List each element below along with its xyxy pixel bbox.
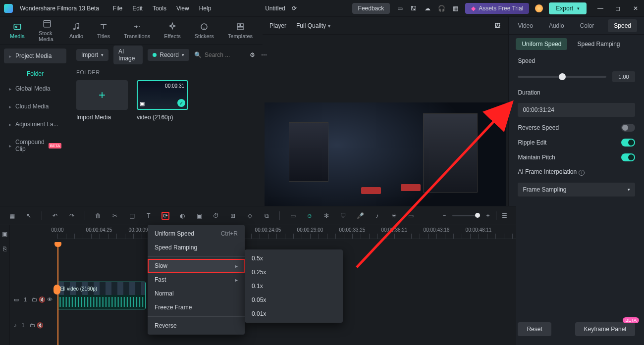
- submenu-005x[interactable]: 0.05x: [245, 293, 343, 307]
- tab-video[interactable]: Video: [516, 18, 535, 33]
- layers-icon[interactable]: ▣: [1, 230, 9, 238]
- subtab-speed-ramping[interactable]: Speed Ramping: [577, 41, 620, 48]
- tab-audio[interactable]: Audio: [547, 18, 566, 33]
- submenu-025x[interactable]: 0.25x: [245, 265, 343, 279]
- save-icon[interactable]: 🖫: [410, 4, 418, 12]
- assets-trial-button[interactable]: ◆Assets Free Trial: [465, 3, 529, 14]
- filter-icon[interactable]: ⚙: [249, 51, 256, 59]
- timer-icon[interactable]: ⏱: [212, 212, 220, 220]
- apps-icon[interactable]: ▦: [451, 4, 459, 12]
- export-button[interactable]: Export▾: [549, 2, 587, 14]
- close-icon[interactable]: ✕: [633, 5, 640, 12]
- avatar-icon[interactable]: [535, 4, 543, 12]
- fit-icon[interactable]: ⊞: [229, 212, 237, 220]
- menu-reverse[interactable]: Reverse: [148, 319, 245, 333]
- playhead[interactable]: [57, 244, 58, 345]
- frame-icon[interactable]: ▭: [407, 212, 415, 220]
- snapshot-icon[interactable]: 🖼: [493, 22, 501, 30]
- tab-audio[interactable]: Audio: [69, 22, 83, 39]
- menu-uniform-speed[interactable]: Uniform SpeedCtrl+R: [148, 227, 245, 241]
- reverse-speed-toggle[interactable]: [621, 124, 635, 132]
- frame-sampling-dropdown[interactable]: Frame Sampling▾: [518, 183, 635, 197]
- cloud-icon[interactable]: ☁: [424, 4, 431, 12]
- menu-speed-ramping[interactable]: Speed Ramping: [148, 241, 245, 254]
- cut-icon[interactable]: ✂: [111, 212, 119, 220]
- duration-field[interactable]: 00:00:31:24: [518, 103, 635, 117]
- tab-effects[interactable]: Effects: [164, 22, 180, 39]
- cursor-icon[interactable]: ↖: [25, 212, 33, 220]
- crop-icon[interactable]: ◫: [128, 212, 136, 220]
- tab-stickers[interactable]: Stickers: [195, 22, 214, 39]
- headphones-icon[interactable]: 🎧: [437, 4, 445, 12]
- video-track-header[interactable]: ▭ 1 🗀 🔇 👁: [10, 289, 57, 310]
- group-icon[interactable]: ⧉: [263, 212, 270, 220]
- mixer-icon[interactable]: ☀: [390, 212, 398, 220]
- tab-stock-media[interactable]: Stock Media: [39, 19, 55, 42]
- tab-templates[interactable]: Templates: [228, 22, 253, 39]
- import-button[interactable]: Import▾: [76, 49, 108, 61]
- color-icon[interactable]: ◐: [178, 212, 186, 220]
- maintain-pitch-toggle[interactable]: [621, 153, 635, 161]
- import-media-card[interactable]: + Import Media: [76, 80, 128, 121]
- list-icon[interactable]: ☰: [500, 212, 508, 220]
- feedback-button[interactable]: Feedback: [352, 3, 390, 14]
- music-icon[interactable]: ♪: [373, 212, 381, 220]
- keyframe-panel-button[interactable]: Keyframe PanelBETA: [575, 322, 635, 336]
- subtitle-icon[interactable]: ▭: [289, 212, 297, 220]
- shield-icon[interactable]: ⛉: [339, 212, 347, 220]
- reset-button[interactable]: Reset: [518, 322, 551, 336]
- undo-icon[interactable]: ↶: [51, 212, 59, 220]
- menu-freeze-frame[interactable]: Freeze Frame: [148, 300, 245, 314]
- link-icon[interactable]: ⎘: [1, 245, 9, 253]
- menu-file[interactable]: File: [113, 5, 122, 12]
- zoom-slider[interactable]: [452, 215, 480, 216]
- menu-fast[interactable]: Fast▸: [148, 273, 245, 287]
- sidebar-item-project-media[interactable]: ▸Project Media: [4, 49, 66, 63]
- submenu-05x[interactable]: 0.5x: [245, 251, 343, 265]
- submenu-01x[interactable]: 0.1x: [245, 279, 343, 293]
- gear-icon[interactable]: ✻: [322, 212, 330, 220]
- redo-icon[interactable]: ↷: [68, 212, 76, 220]
- keyframe-icon[interactable]: ◇: [246, 212, 254, 220]
- tab-titles[interactable]: Titles: [97, 22, 110, 39]
- cloud-sync-icon[interactable]: ⟳: [290, 4, 298, 12]
- clip-start-handle[interactable]: [54, 285, 60, 295]
- zoom-in-icon[interactable]: ＋: [484, 212, 492, 220]
- zoom-out-icon[interactable]: －: [440, 212, 448, 220]
- menu-edit[interactable]: Edit: [132, 5, 143, 12]
- sidebar-item-cloud-media[interactable]: ▸Cloud Media: [4, 99, 66, 114]
- timeline-ruler[interactable]: 00:00 00:00:04:25 00:00:09:20 00:00:24:0…: [57, 225, 516, 239]
- tab-media[interactable]: Media: [10, 22, 25, 39]
- crop2-icon[interactable]: ▣: [195, 212, 203, 220]
- search-input[interactable]: 🔍: [194, 51, 244, 58]
- sidebar-item-global-media[interactable]: ▸Global Media: [4, 81, 66, 96]
- menu-normal[interactable]: Normal: [148, 287, 245, 300]
- menu-view[interactable]: View: [176, 5, 189, 12]
- quality-dropdown[interactable]: Full Quality: [296, 22, 330, 29]
- grid-icon[interactable]: ▦: [8, 212, 16, 220]
- minimize-icon[interactable]: —: [597, 5, 604, 12]
- menu-slow[interactable]: Slow▸: [148, 259, 245, 273]
- tab-color[interactable]: Color: [578, 18, 596, 33]
- mic-icon[interactable]: 🎤: [356, 212, 364, 220]
- smiley-icon[interactable]: ☺: [306, 212, 314, 220]
- tab-transitions[interactable]: Transitions: [124, 22, 150, 39]
- maximize-icon[interactable]: ◻: [615, 5, 622, 12]
- sidebar-item-adjustment[interactable]: ▸Adjustment La...: [4, 117, 66, 132]
- submenu-001x[interactable]: 0.01x: [245, 307, 343, 321]
- tab-speed[interactable]: Speed: [608, 19, 637, 32]
- speed-slider[interactable]: [518, 76, 606, 78]
- sidebar-subitem-folder[interactable]: Folder: [4, 66, 66, 78]
- info-icon[interactable]: i: [579, 170, 585, 176]
- media-clip-card[interactable]: 00:00:31 ▣ ✓ video (2160p): [137, 80, 188, 121]
- audio-track-header[interactable]: ♪ 1 🗀 🔇: [10, 314, 57, 336]
- subtab-uniform-speed[interactable]: Uniform Speed: [516, 38, 567, 50]
- timeline-clip[interactable]: 🎞video (2160p): [57, 282, 146, 309]
- device-icon[interactable]: ▭: [396, 4, 404, 12]
- speed-icon[interactable]: ⟳: [161, 212, 169, 220]
- menu-help[interactable]: Help: [199, 5, 212, 12]
- menu-tools[interactable]: Tools: [153, 5, 166, 12]
- sidebar-item-compound[interactable]: ▸Compound ClipBETA: [4, 135, 66, 156]
- speed-value[interactable]: 1.00: [612, 71, 635, 82]
- text-icon[interactable]: T: [145, 212, 153, 220]
